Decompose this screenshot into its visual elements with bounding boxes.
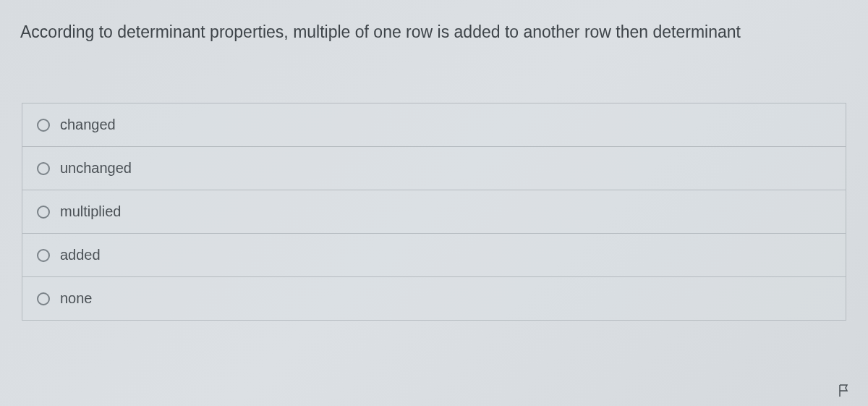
question-text: According to determinant properties, mul… xyxy=(20,20,848,43)
option-row-added[interactable]: added xyxy=(22,234,846,277)
option-row-unchanged[interactable]: unchanged xyxy=(22,147,846,190)
option-label: added xyxy=(60,247,101,263)
option-row-none[interactable]: none xyxy=(22,277,846,321)
option-label: none xyxy=(60,290,93,307)
option-label: unchanged xyxy=(60,160,132,177)
radio-icon[interactable] xyxy=(37,292,50,305)
radio-icon[interactable] xyxy=(37,162,50,175)
radio-icon[interactable] xyxy=(37,206,50,219)
option-row-changed[interactable]: changed xyxy=(22,103,846,147)
options-list: changed unchanged multiplied added none xyxy=(22,103,846,321)
radio-icon[interactable] xyxy=(37,119,50,132)
option-row-multiplied[interactable]: multiplied xyxy=(22,190,846,234)
radio-icon[interactable] xyxy=(37,249,50,262)
option-label: multiplied xyxy=(60,203,121,220)
question-container: According to determinant properties, mul… xyxy=(0,0,868,43)
option-label: changed xyxy=(60,117,116,133)
flag-icon[interactable] xyxy=(838,384,851,402)
